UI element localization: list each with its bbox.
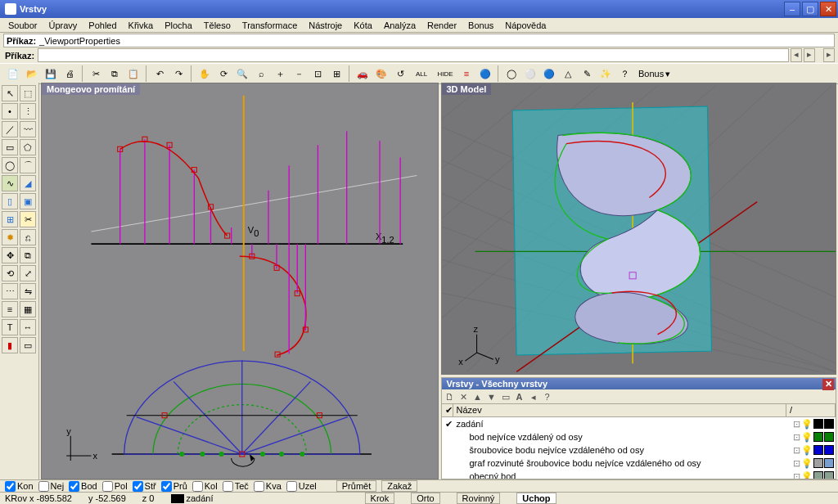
join-icon[interactable]: ⎌: [20, 229, 36, 245]
layers-red-icon[interactable]: ≡: [458, 65, 475, 82]
polygon-icon[interactable]: ⬠: [20, 139, 36, 155]
zoom-extents-icon[interactable]: ⊡: [309, 65, 326, 82]
osnap-checkbox[interactable]: [254, 481, 264, 492]
hatch-icon[interactable]: ▦: [20, 301, 36, 317]
new-icon[interactable]: 📄: [5, 65, 21, 82]
layer-row[interactable]: ✔zadání⊡💡: [442, 417, 836, 430]
zoom-dynamic-icon[interactable]: 🔍: [234, 65, 250, 82]
osnap-nej[interactable]: Nej: [38, 481, 65, 492]
layer-material-swatch[interactable]: [824, 471, 834, 479]
curve-icon[interactable]: ∿: [2, 175, 18, 191]
bonus-dropdown[interactable]: Bonus ▾: [638, 69, 670, 79]
menu-krivka[interactable]: Křivka: [124, 20, 159, 31]
osnap-bod[interactable]: Bod: [69, 481, 97, 492]
col-divider[interactable]: /: [786, 404, 836, 416]
zoom-in-icon[interactable]: ＋: [272, 65, 288, 82]
close-button[interactable]: ✕: [820, 2, 836, 16]
col-check[interactable]: ✔: [442, 404, 453, 416]
osnap-toggle-průmět[interactable]: Průmět: [336, 480, 376, 492]
pan-icon[interactable]: ✋: [196, 65, 213, 82]
lasso-icon[interactable]: ⬚: [20, 85, 36, 101]
mesh-icon[interactable]: ⊞: [2, 211, 18, 227]
menu-bonus[interactable]: Bonus: [463, 20, 498, 31]
maximize-button[interactable]: ▢: [802, 2, 818, 16]
menu-soubor[interactable]: Soubor: [3, 20, 42, 31]
menu-napoveda[interactable]: Nápověda: [500, 20, 551, 31]
layer-material-swatch[interactable]: [824, 432, 834, 442]
redo-icon[interactable]: ↷: [170, 65, 187, 82]
osnap-checkbox[interactable]: [223, 481, 233, 492]
view-icon[interactable]: ▭: [20, 337, 36, 353]
align-icon[interactable]: ≡: [2, 301, 18, 317]
layer-bulb-icon[interactable]: 💡: [801, 471, 813, 479]
osnap-checkbox[interactable]: [161, 481, 172, 492]
layer-bulb-icon[interactable]: 💡: [801, 445, 813, 456]
layer-color-swatch[interactable]: [813, 471, 823, 479]
status-uchop[interactable]: Uchop: [516, 493, 556, 504]
osnap-kol[interactable]: Kol: [192, 481, 218, 492]
layer-row[interactable]: bod nejvíce vzdálený od osy⊡💡: [442, 430, 836, 443]
layer-down-icon[interactable]: ▼: [486, 391, 498, 403]
line-icon[interactable]: ／: [2, 121, 18, 137]
osnap-checkbox[interactable]: [69, 481, 79, 492]
copy-icon[interactable]: ⧉: [106, 65, 123, 82]
all-button[interactable]: ALL: [411, 65, 432, 82]
save-icon[interactable]: 💾: [43, 65, 59, 82]
polyline-icon[interactable]: 〰: [20, 121, 36, 137]
menu-plocha[interactable]: Plocha: [160, 20, 197, 31]
layer-lock-icon[interactable]: ⊡: [793, 471, 800, 479]
explode-icon[interactable]: ✹: [2, 229, 18, 245]
layer-material-swatch[interactable]: [824, 458, 834, 468]
cone-icon[interactable]: △: [560, 65, 576, 82]
open-icon[interactable]: 📂: [24, 65, 40, 82]
hide-button[interactable]: HIDE: [435, 65, 456, 82]
zoom-window-icon[interactable]: ⌕: [253, 65, 269, 82]
layers-close-icon[interactable]: ✕: [822, 379, 834, 390]
knife-icon[interactable]: ✂: [20, 211, 36, 227]
layer-row[interactable]: šroubovice bodu nejvíce vzdáleného od os…: [442, 443, 836, 457]
layer-bulb-icon[interactable]: 💡: [801, 419, 813, 430]
point-icon[interactable]: •: [2, 103, 18, 119]
menu-upravy[interactable]: Úpravy: [43, 20, 82, 31]
copy-obj-icon[interactable]: ⧉: [20, 247, 36, 263]
zoom-all-icon[interactable]: ⊞: [328, 65, 345, 82]
menu-transformace[interactable]: Transformace: [237, 20, 302, 31]
col-name[interactable]: Název: [453, 404, 787, 416]
cut-icon[interactable]: ✂: [88, 65, 104, 82]
status-layer[interactable]: zadání: [171, 493, 214, 504]
viewport-3d[interactable]: 3D Model: [441, 83, 837, 375]
show-icon[interactable]: ↺: [392, 65, 408, 82]
sphere-shade-icon[interactable]: ⚪: [522, 65, 538, 82]
layer-material-swatch[interactable]: [824, 419, 834, 429]
menu-analyza[interactable]: Analýza: [379, 20, 421, 31]
layer-lock-icon[interactable]: ⊡: [793, 419, 800, 430]
menu-kota[interactable]: Kóta: [349, 20, 377, 31]
text-icon[interactable]: T: [2, 319, 18, 335]
mirror-icon[interactable]: ⇋: [20, 283, 36, 299]
osnap-checkbox[interactable]: [286, 481, 297, 492]
paste-icon[interactable]: 📋: [125, 65, 142, 82]
arc-icon[interactable]: ⌒: [20, 157, 36, 173]
layer-up-icon[interactable]: ▲: [472, 391, 484, 403]
box-icon[interactable]: ▯: [2, 193, 18, 209]
rotate-icon[interactable]: ⟳: [215, 65, 232, 82]
zoom-out-icon[interactable]: －: [291, 65, 307, 82]
surface-icon[interactable]: ◢: [20, 175, 36, 191]
layer-filter-icon[interactable]: ◂: [528, 391, 539, 403]
arrow-icon[interactable]: ↖: [2, 85, 18, 101]
layer-color-swatch[interactable]: [813, 432, 823, 442]
layer-bulb-icon[interactable]: 💡: [801, 458, 813, 469]
layer-color-swatch[interactable]: [813, 419, 823, 429]
circle-icon[interactable]: ◯: [2, 157, 18, 173]
osnap-kon[interactable]: Kon: [5, 481, 34, 492]
minimize-button[interactable]: –: [784, 2, 800, 16]
cmd-scroll-right[interactable]: ▸: [804, 48, 815, 62]
osnap-prů[interactable]: Prů: [161, 481, 187, 492]
status-rovinny[interactable]: Rovinný: [457, 493, 501, 504]
osnap-teč[interactable]: Teč: [223, 481, 249, 492]
move-icon[interactable]: ✥: [2, 247, 18, 263]
layer-text-icon[interactable]: A: [514, 391, 525, 403]
points-icon[interactable]: ⋮: [20, 103, 36, 119]
layer-row[interactable]: obecný bod⊡💡: [442, 470, 836, 479]
layer-delete-icon[interactable]: ✕: [458, 391, 470, 403]
